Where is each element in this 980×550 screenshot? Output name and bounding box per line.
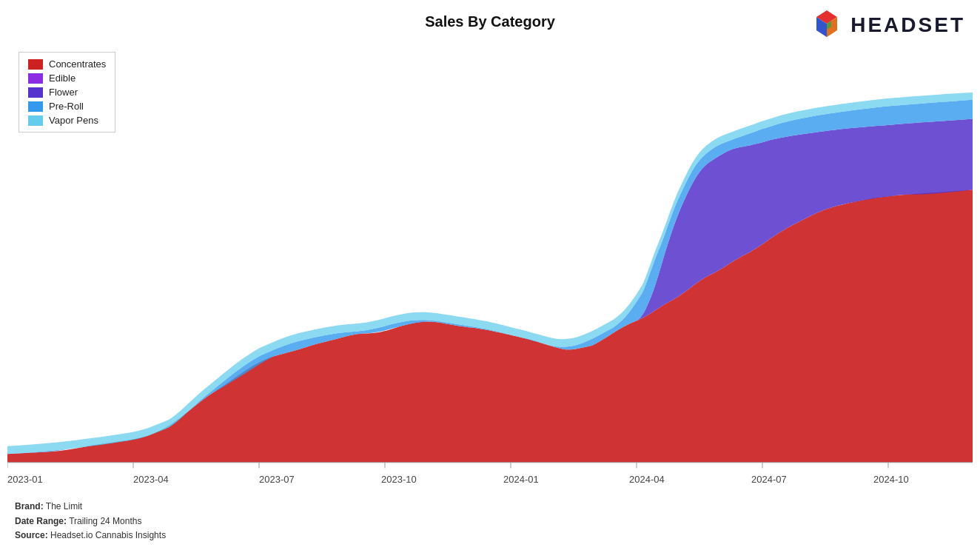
svg-text:2023-07: 2023-07 [259,474,295,485]
chart-title: Sales By Category [0,13,980,30]
legend-item-preroll: Pre-Roll [28,101,106,112]
legend-label-preroll: Pre-Roll [49,101,84,112]
legend-swatch-concentrates [28,59,43,70]
legend-item-concentrates: Concentrates [28,58,106,70]
footer-source: Source: Headset.io Cannabis Insights [15,529,166,543]
source-value: Headset.io Cannabis Insights [50,530,166,540]
legend-label-concentrates: Concentrates [49,58,106,70]
svg-text:2024-01: 2024-01 [503,474,539,485]
legend-swatch-flower [28,87,43,98]
svg-text:2024-04: 2024-04 [629,474,665,485]
legend-label-edible: Edible [49,73,75,84]
date-range-label: Date Range: [15,516,67,526]
chart-container: 2023-01 2023-04 2023-07 2023-10 2024-01 … [7,44,973,491]
footer-brand: Brand: The Limit [15,500,166,514]
date-range-value: Trailing 24 Months [69,516,141,526]
legend-label-flower: Flower [49,87,78,98]
legend-label-vapor-pens: Vapor Pens [49,115,98,126]
svg-text:2023-04: 2023-04 [133,474,169,485]
legend-swatch-vapor-pens [28,115,43,126]
footer-date-range: Date Range: Trailing 24 Months [15,514,166,529]
brand-value: The Limit [46,501,82,512]
legend-item-flower: Flower [28,87,106,98]
footer: Brand: The Limit Date Range: Trailing 24… [15,500,166,543]
brand-label: Brand: [15,501,44,512]
legend-swatch-preroll [28,101,43,112]
page: HEADSET Sales By Category Concentrates E… [0,0,980,550]
legend-item-edible: Edible [28,73,106,84]
legend-item-vapor-pens: Vapor Pens [28,115,106,126]
legend-swatch-edible [28,73,43,84]
svg-text:2023-01: 2023-01 [7,474,43,485]
svg-text:2024-07: 2024-07 [751,474,787,485]
svg-text:2024-10: 2024-10 [873,474,909,485]
chart-svg: 2023-01 2023-04 2023-07 2023-10 2024-01 … [7,44,973,491]
source-label: Source: [15,530,48,540]
chart-legend: Concentrates Edible Flower Pre-Roll Vapo… [19,52,115,133]
svg-text:2023-10: 2023-10 [381,474,417,485]
